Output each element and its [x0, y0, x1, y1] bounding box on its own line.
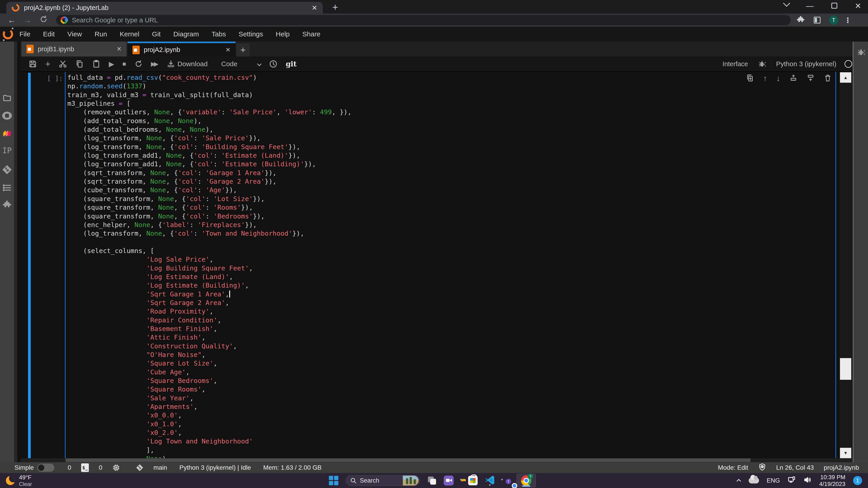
- address-bar[interactable]: Search Google or type a URL: [56, 15, 791, 25]
- tray-overflow-icon[interactable]: [737, 479, 741, 484]
- browser-menu-icon[interactable]: •••: [847, 17, 849, 23]
- window-minimize-button[interactable]: —: [806, 1, 814, 10]
- git-branch-icon[interactable]: [136, 464, 144, 471]
- duplicate-cell-icon[interactable]: [746, 74, 754, 83]
- menu-tabs[interactable]: Tabs: [205, 30, 232, 38]
- window-restore-button[interactable]: [831, 3, 837, 8]
- reload-button[interactable]: [39, 15, 48, 26]
- start-button[interactable]: [329, 476, 338, 485]
- weather-widget[interactable]: 49°F Clear: [6, 474, 32, 487]
- paste-cells-button[interactable]: [92, 60, 101, 68]
- interface-label[interactable]: Interface: [722, 60, 748, 68]
- trust-shield-icon[interactable]: [758, 463, 766, 473]
- chat-icon[interactable]: [444, 476, 454, 486]
- kernel-status-icon[interactable]: [844, 60, 852, 68]
- kernel-count[interactable]: 0: [99, 464, 102, 471]
- copy-cells-button[interactable]: [75, 60, 84, 68]
- back-button[interactable]: ←: [8, 15, 16, 25]
- microsoft-store-icon[interactable]: [468, 476, 477, 485]
- chrome-profile2-icon-active[interactable]: T: [517, 474, 536, 487]
- move-cell-up-icon[interactable]: ↑: [763, 74, 767, 83]
- menu-share[interactable]: Share: [296, 30, 327, 38]
- task-view-icon[interactable]: [428, 476, 436, 485]
- volume-icon[interactable]: [803, 476, 811, 486]
- simple-mode-toggle[interactable]: [37, 464, 54, 472]
- restart-kernel-button[interactable]: [134, 60, 143, 68]
- menu-run[interactable]: Run: [88, 30, 114, 38]
- terminal-icon: $_: [81, 463, 89, 472]
- menu-settings[interactable]: Settings: [232, 30, 269, 38]
- notebook-file-icon: [26, 45, 34, 53]
- vscode-icon[interactable]: [485, 475, 495, 486]
- file-browser-icon[interactable]: [2, 94, 11, 103]
- editor-mode[interactable]: Mode: Edit: [718, 464, 748, 471]
- chevron-down-icon: [257, 62, 261, 66]
- debugger-sidebar-icon[interactable]: [857, 48, 865, 57]
- onedrive-icon[interactable]: [749, 478, 759, 484]
- tab-projA2[interactable]: projA2.ipynb ✕: [127, 41, 236, 57]
- interrupt-kernel-button[interactable]: ■: [122, 61, 126, 68]
- vertical-scrollbar[interactable]: [839, 72, 852, 458]
- terminal-count[interactable]: 0: [68, 464, 71, 471]
- extensions-puzzle-icon[interactable]: [796, 15, 805, 25]
- vertical-scrollbar-thumb[interactable]: [840, 358, 851, 380]
- git-toolbar-label[interactable]: git: [286, 60, 297, 68]
- ipyparallel-icon[interactable]: IP: [2, 146, 12, 155]
- menu-kernel[interactable]: Kernel: [114, 30, 146, 38]
- diagram-icon[interactable]: [2, 129, 12, 140]
- window-close-button[interactable]: ✕: [855, 1, 862, 10]
- kernel-status-text[interactable]: Python 3 (ipykernel) | Idle: [179, 464, 251, 471]
- cursor-position[interactable]: Ln 26, Col 43: [776, 464, 814, 471]
- git-icon[interactable]: [2, 164, 12, 176]
- taskbar-search[interactable]: Search: [346, 475, 420, 486]
- menu-file[interactable]: File: [13, 30, 37, 38]
- cell-collapser[interactable]: [28, 73, 31, 458]
- menu-diagram[interactable]: Diagram: [167, 30, 205, 38]
- forward-button[interactable]: →: [24, 15, 32, 25]
- table-of-contents-icon[interactable]: [2, 183, 12, 193]
- debugger-bug-icon[interactable]: [758, 60, 766, 68]
- network-icon[interactable]: [787, 476, 796, 486]
- search-highlight-image[interactable]: [403, 476, 418, 486]
- search-label: Search: [360, 477, 379, 484]
- menu-edit[interactable]: Edit: [37, 30, 61, 38]
- scroll-up-button[interactable]: ▲: [840, 72, 851, 83]
- notification-badge[interactable]: 1: [853, 476, 862, 485]
- horizontal-scrollbar-thumb[interactable]: [66, 458, 750, 462]
- tab-projB1[interactable]: projB1.ipynb ✕: [22, 41, 127, 57]
- running-kernels-icon[interactable]: [2, 111, 12, 121]
- side-panel-icon[interactable]: [814, 17, 820, 24]
- cell-type-select[interactable]: Code: [221, 60, 261, 68]
- code-lines[interactable]: full_data = pd.read_csv("cook_county_tra…: [67, 73, 351, 463]
- new-tab-button[interactable]: +: [332, 2, 338, 12]
- activity-bar: IP: [0, 41, 17, 462]
- delete-cell-icon[interactable]: [824, 74, 832, 83]
- menu-help[interactable]: Help: [270, 30, 296, 38]
- download-button[interactable]: Download: [166, 60, 208, 68]
- restart-run-all-button[interactable]: ▶▶: [151, 60, 159, 68]
- browser-profile-avatar[interactable]: T: [829, 15, 838, 25]
- simple-mode-label: Simple: [14, 464, 34, 471]
- move-cell-down-icon[interactable]: ↓: [776, 74, 780, 83]
- cut-cells-button[interactable]: [59, 60, 67, 68]
- insert-cell-below-icon[interactable]: [807, 74, 815, 83]
- git-branch-name[interactable]: main: [153, 464, 167, 471]
- tab-projB1-close-icon[interactable]: ✕: [116, 45, 122, 53]
- history-button[interactable]: [269, 60, 278, 68]
- menu-view[interactable]: View: [61, 30, 88, 38]
- run-cell-button[interactable]: ▶: [109, 60, 114, 68]
- insert-cell-above-icon[interactable]: [789, 74, 798, 83]
- language-indicator[interactable]: ENG: [767, 477, 780, 484]
- save-button[interactable]: [29, 60, 37, 68]
- tab-projA2-close-icon[interactable]: ✕: [225, 46, 230, 54]
- new-launcher-button[interactable]: +: [237, 43, 250, 57]
- menu-git[interactable]: Git: [146, 30, 167, 38]
- kernel-name-label[interactable]: Python 3 (ipykernel): [776, 60, 836, 68]
- tab-search-icon[interactable]: [783, 0, 790, 7]
- scroll-down-button[interactable]: ▼: [840, 448, 851, 458]
- browser-tab[interactable]: projA2.ipynb (2) - JupyterLab ✕: [6, 2, 323, 13]
- extension-manager-icon[interactable]: [2, 200, 12, 211]
- add-cell-button[interactable]: +: [45, 59, 51, 69]
- tab-close-icon[interactable]: ✕: [312, 4, 317, 12]
- clock-widget[interactable]: 10:39 PM 4/19/2023: [819, 474, 845, 487]
